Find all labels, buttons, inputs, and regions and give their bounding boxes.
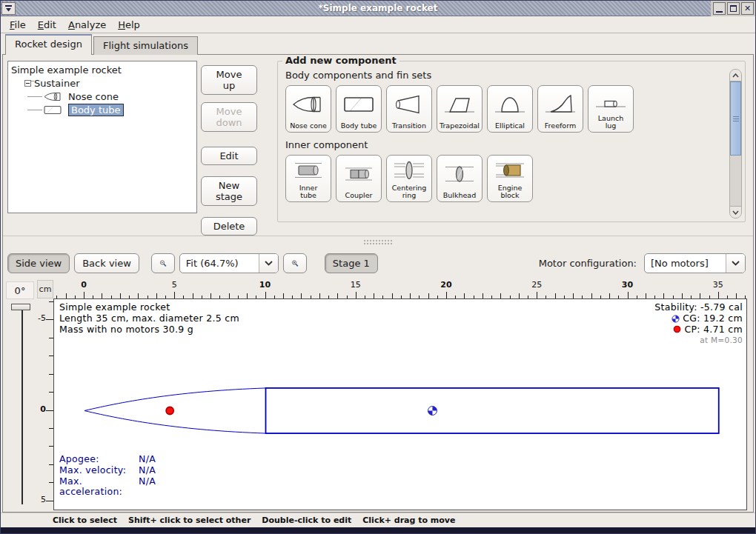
ruler-label: 30 [622, 280, 633, 290]
tab-flight-simulations[interactable]: Flight simulations [93, 36, 198, 55]
add-coupler-button[interactable]: Coupler [336, 155, 382, 202]
add-freeform-button[interactable]: Freeform [537, 85, 583, 133]
ruler-unit-label: cm [37, 280, 53, 298]
ruler-tick [718, 292, 719, 298]
new-stage-button[interactable]: New stage [201, 176, 257, 206]
add-bulkhead-button[interactable]: Bulkhead [437, 155, 483, 202]
edit-button[interactable]: Edit [201, 147, 257, 165]
delete-button[interactable]: Delete [201, 217, 257, 236]
stability-info: Stability: -5.79 cal CG: 19.2 cm [654, 302, 743, 345]
status-hint: Shift+ click to select other [128, 515, 251, 525]
add-engine-block-button[interactable]: Engineblock [487, 155, 533, 202]
nose-cone-shape[interactable] [84, 388, 266, 433]
add-component-group: Add new component Body components and fi… [277, 61, 746, 222]
ruler-tick [573, 293, 574, 298]
status-hint: Double-click to edit [262, 515, 351, 525]
component-button-label: Transition [392, 122, 426, 130]
add-launch-lug-button[interactable]: Launchlug [588, 85, 634, 133]
ruler-tick [736, 293, 737, 298]
add-transition-button[interactable]: Transition [386, 85, 432, 133]
ruler-tick [193, 293, 193, 298]
cg-icon [672, 315, 680, 323]
status-hint: Click+ drag to move [362, 515, 455, 525]
tree-item-rocket[interactable]: Simple example rocket [11, 64, 122, 76]
flight-row: Max. velocity:N/A [59, 465, 156, 476]
centering-ring-icon [392, 156, 426, 184]
add-component-title: Add new component [282, 55, 399, 66]
add-centering-ring-button[interactable]: Centeringring [386, 155, 432, 202]
vertical-ruler: -505 [37, 298, 53, 510]
ruler-tick [646, 293, 646, 298]
scrollbar-thumb[interactable] [730, 81, 741, 156]
mach-note: at M=0.30 [654, 336, 743, 344]
tree-row[interactable]: Simple example rocket [11, 64, 122, 76]
rocket-canvas[interactable]: Simple example rocketLength 35 cm, max. … [53, 298, 747, 510]
ruler-tick [609, 293, 610, 298]
tree-item-nose-cone[interactable]: Nose cone [68, 91, 119, 102]
ruler-tick [46, 319, 53, 320]
menu-edit[interactable]: Edit [32, 18, 62, 32]
add-body-tube-button[interactable]: Body tube [336, 85, 382, 133]
split-pane-divider[interactable] [3, 236, 753, 247]
back-view-button[interactable]: Back view [74, 253, 139, 273]
ruler-label: 10 [259, 280, 271, 290]
ruler-label: 20 [440, 280, 451, 290]
ruler-tick [374, 293, 374, 298]
chevron-down-icon [732, 261, 740, 266]
inner-tube-icon [291, 156, 325, 184]
side-view-button[interactable]: Side view [7, 253, 70, 273]
component-tree[interactable]: Simple example rocketSustainerNose coneB… [7, 61, 197, 213]
slider-thumb[interactable] [11, 304, 30, 310]
zoom-out-button[interactable] [151, 253, 175, 273]
tree-row[interactable]: Body tube [44, 104, 124, 116]
tree-expander-icon[interactable] [24, 80, 31, 87]
motor-config-select[interactable]: [No motors] [644, 253, 746, 273]
motor-config-arrow[interactable] [726, 254, 745, 273]
menu-file[interactable]: File [4, 18, 32, 32]
ruler-tick [500, 293, 501, 298]
body-tube-shape[interactable] [266, 388, 719, 433]
stage-1-toggle[interactable]: Stage 1 [325, 253, 378, 273]
rotation-slider[interactable] [9, 302, 34, 507]
design-bottom-panel: Side view Back view Fit (64.7%) [3, 247, 753, 512]
tree-row[interactable]: Sustainer [24, 77, 80, 90]
flight-data: Apogee:N/AMax. velocity:N/AMax. accelera… [59, 454, 156, 498]
window-title: *Simple example rocket [1, 3, 755, 13]
ruler-tick [591, 293, 592, 298]
scroll-up-button[interactable] [730, 70, 741, 81]
move-up-button[interactable]: Move up [201, 65, 257, 95]
add-inner-tube-button[interactable]: Innertube [285, 155, 331, 202]
ruler-label: 15 [351, 280, 361, 290]
ruler-tick [84, 292, 84, 298]
tree-item-body-tube[interactable]: Body tube [68, 104, 124, 116]
elliptical-icon [493, 86, 527, 122]
add-nose-cone-button[interactable]: Nose cone [285, 85, 331, 133]
slider-track[interactable] [21, 305, 23, 504]
add-elliptical-button[interactable]: Elliptical [487, 85, 533, 133]
component-button-label: Freeform [545, 122, 576, 130]
title-bar[interactable]: *Simple example rocket ✕ [1, 1, 755, 16]
ruler-tick [356, 292, 357, 298]
tree-item-stage[interactable]: Sustainer [34, 78, 80, 89]
flight-row: Max. acceleration:N/A [59, 476, 156, 498]
component-button-label: Body tube [341, 122, 377, 130]
add-trapezoidal-button[interactable]: Trapezoidal [437, 85, 483, 133]
ruler-label: 5 [172, 280, 177, 290]
component-scrollbar[interactable] [729, 69, 742, 218]
zoom-select-arrow[interactable] [259, 254, 278, 273]
rotation-value: 0° [6, 281, 34, 299]
component-button-label: Innertube [299, 184, 318, 200]
flight-label: Apogee: [59, 454, 139, 465]
ruler-tick [410, 293, 411, 298]
ruler-tick [174, 292, 175, 298]
design-top-panel: Simple example rocketSustainerNose coneB… [3, 55, 753, 236]
scroll-down-button[interactable] [730, 206, 741, 218]
menu-analyze[interactable]: Analyze [62, 18, 112, 32]
tree-row[interactable]: Nose cone [44, 90, 119, 103]
menu-help[interactable]: Help [112, 18, 146, 32]
zoom-in-button[interactable] [283, 253, 307, 273]
divider-grip[interactable] [363, 239, 393, 245]
tab-rocket-design[interactable]: Rocket design [5, 34, 92, 55]
zoom-select[interactable]: Fit (64.7%) [179, 253, 279, 273]
rocket-design-panel: Simple example rocketSustainerNose coneB… [2, 55, 754, 513]
